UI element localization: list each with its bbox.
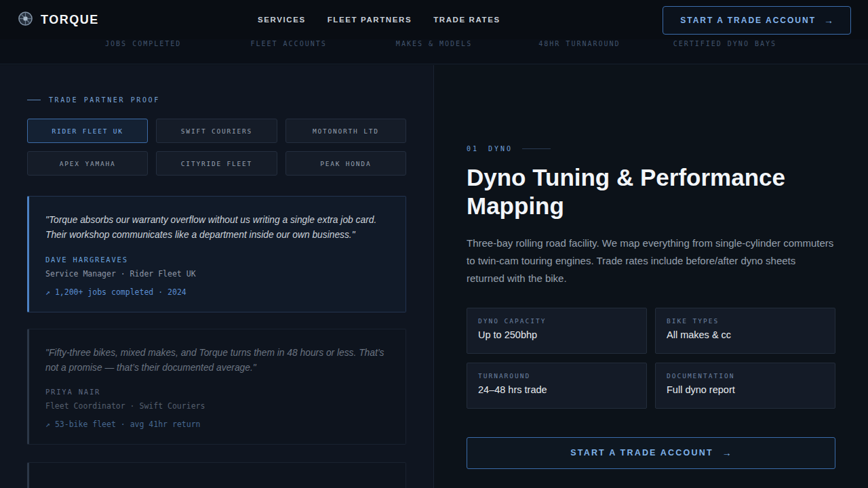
testimonial-stat: ↗ 1,200+ jobs completed · 2024 — [45, 287, 389, 297]
nav-item-trade-rates[interactable]: TRADE RATES — [433, 16, 500, 24]
dyno-eyebrow-number: 01 — [467, 145, 479, 152]
trend-up-icon: ↗ — [45, 287, 50, 297]
spec-card-bike-types: BIKE TYPES All makes & cc — [655, 308, 835, 354]
dyno-section-title: Dyno Tuning & Performance Mapping — [467, 163, 835, 221]
testimonial-stat-text: 53-bike fleet · avg 41hr return — [55, 420, 201, 429]
cta-label: START A TRADE ACCOUNT — [570, 448, 713, 458]
spec-card-documentation: DOCUMENTATION Full dyno report — [655, 363, 835, 409]
start-trade-account-button[interactable]: START A TRADE ACCOUNT → — [663, 6, 851, 35]
testimonial-card-active: "Torque absorbs our warranty overflow wi… — [27, 196, 406, 312]
arrow-right-icon: → — [824, 15, 833, 26]
dyno-eyebrow: 01 DYNO — [467, 65, 835, 152]
spec-value: Full dyno report — [667, 384, 824, 395]
partner-chip-apex-yamaha[interactable]: APEX YAMAHA — [27, 151, 148, 176]
spec-label: TURNAROUND — [478, 372, 635, 380]
stat-label: CERTIFIED DYNO BAYS — [652, 40, 797, 47]
main-nav: SERVICES FLEET PARTNERS TRADE RATES — [258, 0, 500, 39]
trend-up-icon: ↗ — [45, 420, 50, 429]
stat-label: 48HR TURNAROUND — [507, 40, 652, 47]
testimonial-name: PRIYA NAIR — [45, 388, 389, 396]
partner-chip-peak-honda[interactable]: PEAK HONDA — [285, 151, 406, 176]
start-trade-account-button-secondary[interactable]: START A TRADE ACCOUNT → — [467, 437, 835, 469]
testimonial-quote: "Torque absorbs our warranty overflow wi… — [45, 213, 389, 243]
nav-item-services[interactable]: SERVICES — [258, 16, 306, 24]
dyno-section-description: Three-bay rolling road facility. We map … — [467, 235, 835, 287]
stat-label: JOBS COMPLETED — [71, 40, 216, 47]
dyno-eyebrow-label: DYNO — [488, 145, 513, 152]
spec-card-dyno-capacity: DYNO CAPACITY Up to 250bhp — [467, 308, 647, 354]
brand-home-link[interactable]: TORQUE — [18, 11, 99, 29]
partner-chip-cityride-fleet[interactable]: CITYRIDE FLEET — [156, 151, 277, 176]
trade-partner-proof-panel: TRADE PARTNER PROOF RIDER FLEET UK SWIFT… — [0, 65, 434, 488]
spec-value: Up to 250bhp — [478, 329, 635, 340]
testimonial-stat-text: 1,200+ jobs completed · 2024 — [55, 287, 186, 297]
partner-selector: RIDER FLEET UK SWIFT COURIERS MOTONORTH … — [27, 119, 406, 176]
partner-chip-rider-fleet-uk[interactable]: RIDER FLEET UK — [27, 119, 148, 143]
spec-card-turnaround: TURNAROUND 24–48 hrs trade — [467, 363, 647, 409]
proof-eyebrow-label: TRADE PARTNER PROOF — [49, 96, 160, 104]
eyebrow-dash — [27, 100, 41, 100]
testimonial-card-peek — [27, 462, 406, 488]
dyno-spec-grid: DYNO CAPACITY Up to 250bhp BIKE TYPES Al… — [467, 308, 835, 409]
spec-label: BIKE TYPES — [667, 317, 824, 325]
testimonial-role: Service Manager · Rider Fleet UK — [45, 269, 389, 279]
cta-label: START A TRADE ACCOUNT — [680, 16, 816, 25]
partner-chip-swift-couriers[interactable]: SWIFT COURIERS — [156, 119, 277, 143]
wheel-logo-icon — [18, 11, 33, 29]
spec-label: DOCUMENTATION — [667, 372, 824, 380]
dyno-section: 01 DYNO Dyno Tuning & Performance Mappin… — [434, 65, 868, 488]
spec-label: DYNO CAPACITY — [478, 317, 635, 325]
testimonial-role: Fleet Coordinator · Swift Couriers — [45, 401, 389, 411]
stat-label: FLEET ACCOUNTS — [216, 40, 361, 47]
partner-chip-motonorth-ltd[interactable]: MOTONORTH LTD — [285, 119, 406, 143]
header: TORQUE SERVICES FLEET PARTNERS TRADE RAT… — [0, 0, 868, 39]
spec-value: 24–48 hrs trade — [478, 384, 635, 395]
spec-value: All makes & cc — [667, 329, 824, 340]
proof-eyebrow: TRADE PARTNER PROOF — [27, 96, 406, 104]
arrow-right-icon: → — [722, 447, 732, 458]
main-content: TRADE PARTNER PROOF RIDER FLEET UK SWIFT… — [0, 65, 868, 488]
eyebrow-rule — [522, 148, 551, 149]
brand-name: TORQUE — [41, 13, 99, 27]
testimonial-quote: "Fifty-three bikes, mixed makes, and Tor… — [45, 346, 389, 376]
nav-item-fleet-partners[interactable]: FLEET PARTNERS — [328, 16, 412, 24]
testimonial-stat: ↗ 53-bike fleet · avg 41hr return — [45, 420, 389, 429]
stat-label: MAKES & MODELS — [361, 40, 507, 47]
testimonial-name: DAVE HARGREAVES — [45, 256, 389, 264]
testimonial-card-inactive: "Fifty-three bikes, mixed makes, and Tor… — [27, 329, 406, 445]
